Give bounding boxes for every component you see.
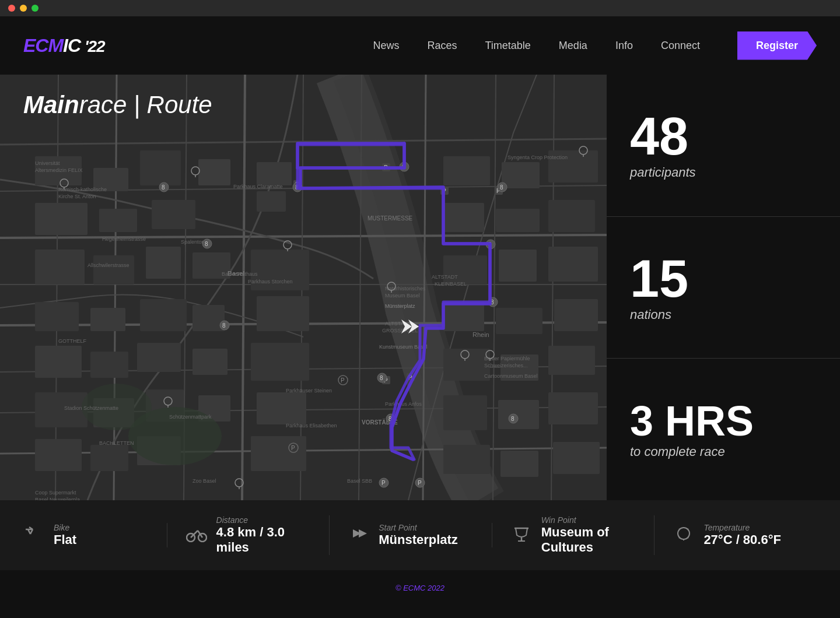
svg-text:Parkhaus Elisabethen: Parkhaus Elisabethen [286, 423, 337, 429]
nations-number: 15 [630, 252, 817, 305]
svg-text:Museum Basel: Museum Basel [385, 293, 420, 299]
map-svg: Basel MUSTERMESSE ALTSTADT KLEINBASEL Ku… [0, 75, 607, 500]
info-win: Win Point Museum of Cultures [492, 515, 655, 555]
participants-label: participants [630, 165, 817, 180]
svg-rect-46 [443, 156, 490, 185]
svg-text:ALTSTADT: ALTSTADT [432, 274, 458, 280]
svg-rect-29 [146, 247, 181, 279]
svg-rect-25 [257, 162, 292, 185]
svg-text:Parkhaus Anfos: Parkhaus Anfos [385, 401, 422, 407]
svg-text:KLEINBASEL: KLEINBASEL [435, 281, 467, 287]
page-title: Mainrace | Route [23, 91, 212, 119]
svg-rect-58 [443, 349, 490, 381]
bike-label: Bike [54, 523, 76, 532]
nav-connect[interactable]: Connect [661, 40, 700, 52]
svg-text:8: 8 [500, 184, 503, 191]
nav-timetable[interactable]: Timetable [485, 40, 530, 52]
svg-text:Spalentor: Spalentor [181, 239, 204, 245]
svg-text:P: P [382, 480, 386, 486]
info-distance: Distance 4.8 km / 3.0 miles [167, 515, 330, 555]
svg-rect-70 [257, 392, 306, 424]
distance-label: Distance [216, 515, 311, 525]
nav-media[interactable]: Media [559, 40, 587, 52]
nav-news[interactable]: News [373, 40, 399, 52]
svg-line-192 [688, 538, 688, 538]
svg-rect-50 [496, 209, 540, 232]
svg-rect-53 [499, 250, 537, 282]
svg-text:8: 8 [380, 375, 383, 381]
svg-text:Rhein: Rhein [473, 331, 489, 338]
svg-rect-61 [443, 395, 487, 430]
distance-text: Distance 4.8 km / 3.0 miles [216, 515, 311, 555]
duration-number: 3 HRS [630, 400, 817, 442]
svg-text:Kirche St. Anton: Kirche St. Anton [58, 194, 96, 199]
svg-text:8: 8 [205, 241, 208, 247]
svg-rect-54 [548, 247, 598, 282]
logo[interactable]: ECMIC '22 [23, 35, 105, 57]
svg-text:Parkhaus Claramatte: Parkhaus Claramatte [233, 184, 283, 189]
win-text: Win Point Museum of Cultures [541, 515, 636, 555]
svg-text:Allschwilerstrasse: Allschwilerstrasse [88, 262, 130, 268]
svg-line-194 [679, 538, 680, 538]
svg-rect-56 [496, 308, 542, 334]
svg-rect-57 [554, 299, 598, 331]
svg-text:Stadion Schützenmatte: Stadion Schützenmatte [64, 405, 118, 411]
svg-rect-23 [99, 209, 137, 232]
start-icon [348, 525, 369, 546]
svg-text:P: P [418, 480, 422, 486]
svg-rect-44 [90, 445, 128, 471]
maximize-dot[interactable] [32, 5, 38, 12]
bike-value: Flat [54, 532, 76, 547]
svg-rect-66 [553, 442, 600, 474]
svg-rect-51 [548, 200, 595, 232]
svg-text:Basler Rathaus: Basler Rathaus [222, 271, 258, 277]
participants-number: 48 [630, 110, 817, 163]
duration-label: to complete race [630, 444, 817, 459]
svg-rect-20 [140, 150, 181, 185]
svg-text:8: 8 [162, 184, 165, 191]
svg-line-191 [679, 529, 680, 529]
svg-text:8: 8 [222, 322, 226, 329]
svg-rect-69 [251, 343, 309, 381]
register-button[interactable]: Register [737, 31, 817, 60]
svg-text:Zoo Basel: Zoo Basel [192, 478, 216, 484]
svg-rect-71 [251, 436, 306, 471]
win-icon [511, 525, 532, 546]
main-content: Mainrace | Route [0, 75, 840, 500]
info-bar: Bike Flat Distance 4.8 km / 3.0 miles St [0, 500, 840, 570]
svg-rect-36 [90, 352, 128, 378]
svg-rect-63 [548, 392, 598, 424]
svg-text:BACHLETTEN: BACHLETTEN [99, 440, 134, 446]
svg-text:Römisch-katholische: Römisch-katholische [58, 187, 107, 192]
bike-text: Bike Flat [54, 523, 76, 547]
svg-rect-43 [35, 439, 82, 471]
svg-text:Coop Supermarkt: Coop Supermarkt [35, 490, 76, 496]
nav-races[interactable]: Races [427, 40, 457, 52]
window-chrome [0, 0, 840, 16]
svg-rect-31 [35, 302, 79, 331]
svg-text:Basel Neuweilerpla...: Basel Neuweilerpla... [35, 497, 85, 500]
temp-icon [673, 525, 694, 546]
nav: News Races Timetable Media Info Connect … [373, 31, 817, 60]
svg-rect-38 [192, 349, 228, 375]
close-dot[interactable] [8, 5, 15, 12]
minimize-dot[interactable] [20, 5, 27, 12]
svg-rect-60 [548, 346, 595, 375]
svg-rect-68 [257, 296, 309, 331]
svg-rect-32 [90, 308, 125, 331]
svg-text:Universität: Universität [35, 160, 60, 166]
svg-rect-64 [443, 445, 490, 474]
map-container: Basel MUSTERMESSE ALTSTADT KLEINBASEL Ku… [0, 75, 607, 500]
svg-text:P: P [341, 377, 345, 384]
svg-rect-22 [35, 203, 88, 235]
start-text: Start Point Münsterplatz [379, 523, 458, 547]
nations-label: nations [630, 307, 817, 322]
footer-text: © ECMC 2022 [396, 584, 444, 592]
stat-nations: 15 nations [607, 217, 840, 359]
svg-rect-33 [140, 299, 187, 331]
svg-rect-28 [93, 255, 134, 285]
nav-info[interactable]: Info [615, 40, 633, 52]
svg-rect-34 [192, 305, 225, 331]
svg-line-193 [688, 529, 688, 529]
svg-text:Münsterplatz: Münsterplatz [385, 303, 415, 309]
